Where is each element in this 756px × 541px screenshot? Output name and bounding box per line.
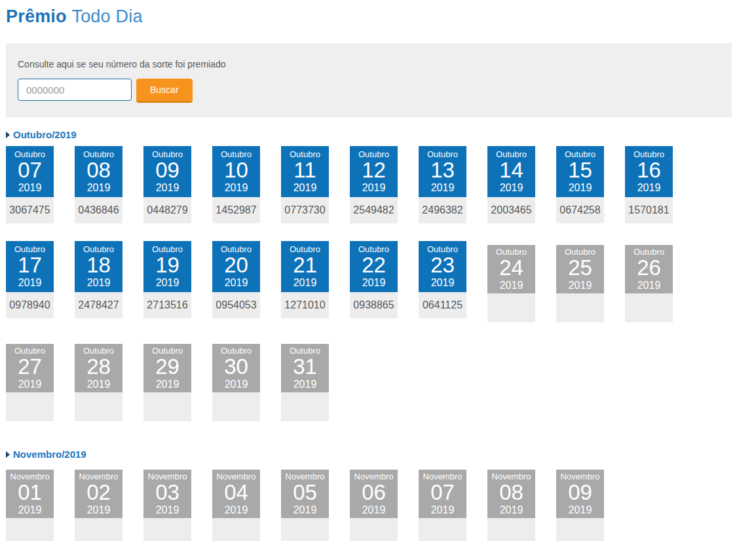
page-title-secondary: Todo Dia (71, 7, 142, 26)
lucky-number-value: 0773730 (281, 197, 329, 223)
lucky-number-value (487, 293, 535, 322)
card-year-label: 2019 (6, 504, 54, 516)
card-day-label: 26 (625, 257, 673, 279)
card-year-label: 2019 (556, 181, 604, 194)
date-card: Outubro 12 2019 2549482 (350, 146, 398, 223)
date-card-header: Outubro 27 2019 (6, 344, 54, 392)
lucky-number-value (556, 518, 604, 541)
search-label: Consulte aqui se seu número da sorte foi… (18, 59, 720, 69)
month-section: Novembro/2019 Novembro 01 2019 Novembro … (6, 449, 750, 541)
card-year-label: 2019 (350, 504, 398, 516)
date-card-header: Novembro 03 2019 (143, 470, 191, 518)
date-card-header: Novembro 02 2019 (75, 470, 123, 518)
lucky-number-value: 3067475 (6, 197, 54, 223)
date-card-header: Novembro 08 2019 (487, 470, 535, 518)
date-card: Outubro 23 2019 0641125 (419, 241, 466, 318)
card-day-label: 23 (419, 254, 466, 276)
lucky-number-value: 0436846 (75, 197, 123, 223)
date-card: Novembro 07 2019 (419, 470, 466, 541)
card-year-label: 2019 (487, 504, 535, 516)
card-year-label: 2019 (556, 504, 604, 516)
card-year-label: 2019 (75, 276, 123, 289)
lucky-number-value (625, 293, 673, 322)
buscar-button[interactable]: Buscar (136, 79, 193, 103)
date-card: Outubro 22 2019 0938865 (350, 241, 398, 318)
card-day-label: 14 (487, 159, 535, 181)
lucky-number-value: 0448279 (143, 197, 191, 223)
month-section-title-label: Novembro/2019 (13, 449, 86, 460)
search-row: Buscar (18, 79, 720, 103)
date-card: Outubro 27 2019 (6, 344, 54, 421)
card-year-label: 2019 (212, 378, 260, 390)
lucky-number-value: 2496382 (419, 197, 466, 223)
card-year-label: 2019 (6, 276, 54, 289)
card-day-label: 02 (75, 481, 123, 504)
lucky-number-value: 2713516 (143, 292, 191, 318)
card-day-label: 15 (556, 159, 604, 181)
date-card: Outubro 29 2019 (143, 344, 191, 421)
cards-grid: Novembro 01 2019 Novembro 02 2019 Novemb… (6, 466, 700, 541)
card-year-label: 2019 (143, 276, 191, 289)
triangle-right-icon (6, 451, 10, 458)
card-day-label: 05 (281, 481, 329, 504)
date-card: Outubro 28 2019 (75, 344, 123, 421)
card-year-label: 2019 (625, 181, 673, 194)
date-card-header: Outubro 07 2019 (6, 146, 54, 197)
card-year-label: 2019 (281, 504, 329, 516)
date-card: Outubro 16 2019 1570181 (625, 146, 673, 223)
lucky-number-value (556, 293, 604, 322)
date-card-header: Outubro 09 2019 (143, 146, 191, 197)
card-year-label: 2019 (6, 378, 54, 390)
date-card-header: Outubro 11 2019 (281, 146, 329, 197)
card-day-label: 22 (350, 254, 398, 276)
date-card: Outubro 07 2019 3067475 (6, 146, 54, 223)
card-day-label: 07 (419, 481, 466, 504)
card-year-label: 2019 (143, 378, 191, 390)
card-day-label: 06 (350, 481, 398, 504)
card-year-label: 2019 (281, 276, 329, 289)
card-day-label: 20 (212, 254, 260, 276)
card-day-label: 09 (143, 159, 191, 181)
page-title: Prêmio Todo Dia (6, 7, 750, 27)
lucky-number-value: 2003465 (487, 197, 535, 223)
card-year-label: 2019 (212, 181, 260, 194)
triangle-right-icon (6, 132, 10, 138)
date-card-header: Outubro 14 2019 (487, 146, 535, 197)
card-day-label: 09 (556, 481, 604, 504)
date-card-header: Outubro 12 2019 (350, 146, 398, 197)
card-day-label: 04 (212, 481, 260, 504)
lucky-number-value (281, 392, 329, 421)
date-card-header: Outubro 18 2019 (75, 241, 123, 292)
card-day-label: 17 (6, 254, 54, 276)
month-section-title[interactable]: Novembro/2019 (6, 449, 750, 460)
lucky-number-input[interactable] (18, 79, 132, 101)
month-section-title[interactable]: Outubro/2019 (6, 129, 750, 140)
date-card-header: Outubro 10 2019 (212, 146, 260, 197)
date-card-header: Outubro 15 2019 (556, 146, 604, 197)
date-card-header: Novembro 07 2019 (419, 470, 466, 518)
date-card-header: Outubro 30 2019 (212, 344, 260, 392)
date-card-header: Outubro 21 2019 (281, 241, 329, 292)
date-card-header: Novembro 06 2019 (350, 470, 398, 518)
date-card-header: Outubro 22 2019 (350, 241, 398, 292)
page-title-primary: Prêmio (6, 7, 67, 26)
card-day-label: 07 (6, 159, 54, 181)
date-card: Outubro 18 2019 2478427 (75, 241, 123, 318)
date-card-header: Outubro 31 2019 (281, 344, 329, 392)
card-year-label: 2019 (487, 279, 535, 291)
lucky-number-value (212, 518, 260, 541)
date-card-header: Outubro 29 2019 (143, 344, 191, 392)
lucky-number-value (143, 518, 191, 541)
lucky-number-value: 2478427 (75, 292, 123, 318)
lucky-number-value: 0938865 (350, 292, 398, 318)
date-card-header: Outubro 28 2019 (75, 344, 123, 392)
card-year-label: 2019 (281, 378, 329, 390)
month-section: Outubro/2019 Outubro 07 2019 3067475 Out… (6, 129, 750, 421)
date-card: Outubro 11 2019 0773730 (281, 146, 329, 223)
date-card: Novembro 08 2019 (487, 470, 535, 541)
lucky-number-value: 2549482 (350, 197, 398, 223)
card-year-label: 2019 (625, 279, 673, 291)
card-year-label: 2019 (419, 276, 466, 289)
date-card-header: Outubro 08 2019 (75, 146, 123, 197)
month-section-title-label: Outubro/2019 (13, 129, 77, 140)
